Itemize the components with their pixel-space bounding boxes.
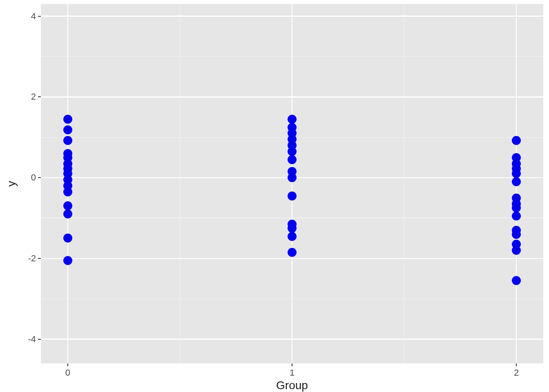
- data-point: [63, 256, 72, 265]
- x-tick-mark: [67, 363, 68, 366]
- data-point: [288, 115, 297, 124]
- gridline-major-v: [292, 4, 293, 363]
- data-point: [63, 201, 72, 210]
- data-point: [512, 230, 521, 239]
- y-tick-mark: [38, 16, 41, 17]
- y-tick-mark: [38, 177, 41, 178]
- y-tick-mark: [38, 258, 41, 259]
- data-point: [512, 177, 521, 186]
- data-point: [288, 155, 297, 164]
- data-point: [288, 147, 297, 156]
- data-point: [512, 246, 521, 255]
- x-axis-title: Group: [276, 379, 308, 392]
- y-tick-label: 2: [20, 91, 36, 102]
- y-tick-mark: [38, 339, 41, 340]
- data-point: [63, 115, 72, 124]
- data-point: [63, 125, 72, 134]
- x-tick-label: 0: [65, 368, 70, 378]
- data-point: [63, 187, 72, 196]
- data-point: [512, 203, 521, 212]
- data-point: [63, 234, 72, 243]
- data-point: [512, 276, 521, 285]
- data-point: [63, 136, 72, 145]
- y-tick-label: -2: [20, 253, 36, 264]
- data-point: [512, 169, 521, 178]
- data-point: [512, 212, 521, 220]
- y-tick-label: -4: [20, 334, 36, 345]
- data-point: [288, 192, 297, 200]
- y-tick-label: 0: [20, 172, 36, 183]
- gridline-minor-v: [404, 4, 404, 363]
- data-point: [63, 209, 72, 218]
- chart-container: -4-2024 012 y Group: [0, 0, 549, 392]
- x-tick-mark: [516, 363, 517, 366]
- data-point: [288, 224, 297, 233]
- data-point: [288, 232, 297, 241]
- data-point: [512, 136, 521, 145]
- data-point: [288, 248, 297, 257]
- x-tick-label: 2: [514, 368, 519, 378]
- y-tick-label: 4: [20, 11, 36, 22]
- y-axis-title: y: [5, 181, 18, 187]
- data-point: [288, 173, 297, 182]
- x-tick-mark: [292, 363, 292, 366]
- y-tick-mark: [38, 96, 41, 97]
- x-tick-label: 1: [290, 368, 295, 378]
- gridline-minor-v: [180, 4, 180, 363]
